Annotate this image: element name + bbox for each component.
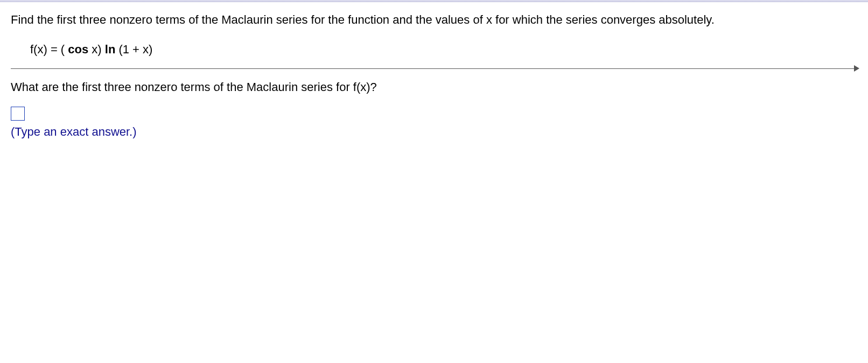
answer-input[interactable] xyxy=(11,107,25,121)
section-divider xyxy=(11,66,857,72)
divider-arrow-icon xyxy=(854,65,859,72)
answer-input-row xyxy=(11,106,857,121)
function-cos: cos xyxy=(68,43,88,56)
divider-line xyxy=(11,68,857,69)
problem-statement: Find the first three nonzero terms of th… xyxy=(11,12,857,29)
function-rhs: (1 + x) xyxy=(115,43,152,56)
content-area: Find the first three nonzero terms of th… xyxy=(0,2,868,139)
answer-hint: (Type an exact answer.) xyxy=(11,125,857,139)
function-mid: x) xyxy=(88,43,105,56)
function-ln: ln xyxy=(105,43,116,56)
question-text: What are the first three nonzero terms o… xyxy=(11,80,857,94)
function-lhs: f(x) = ( xyxy=(30,43,68,56)
function-definition: f(x) = ( cos x) ln (1 + x) xyxy=(30,43,857,57)
